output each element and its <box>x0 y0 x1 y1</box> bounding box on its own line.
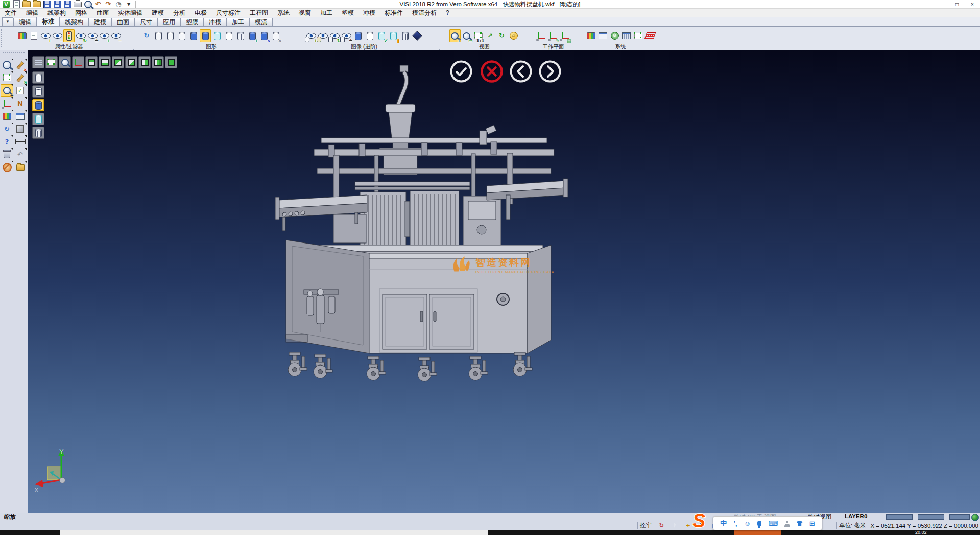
lock-toggle[interactable]: 拴牢 <box>640 522 652 529</box>
zoom-extents-icon[interactable] <box>45 56 58 68</box>
menu-item[interactable]: 塑模 <box>337 9 358 17</box>
tab-die[interactable]: 冲模 <box>203 18 227 26</box>
cancel-button[interactable] <box>480 60 504 83</box>
verified-view-icon[interactable]: ✔ <box>376 29 388 42</box>
shade-mesh-icon[interactable] <box>32 127 44 139</box>
shaded-edges-mode-icon[interactable] <box>200 29 211 42</box>
menu-item[interactable]: 模流分析 <box>408 9 441 17</box>
regen-graphics-icon[interactable]: ↻ <box>141 29 152 42</box>
delete-trash-icon[interactable] <box>1 148 13 161</box>
open-project-icon[interactable] <box>14 161 27 174</box>
menu-item[interactable]: 分析 <box>169 9 190 17</box>
menu-item[interactable]: 工程图 <box>245 9 273 17</box>
dashed-hidden-mode-icon[interactable] <box>176 29 187 42</box>
menu-item[interactable]: 电极 <box>190 9 211 17</box>
workplane-edit-icon[interactable]: ✎ <box>548 29 559 42</box>
menu-item[interactable]: 系统 <box>273 9 294 17</box>
system-settings-icon[interactable]: ⚙ <box>609 29 620 42</box>
viewport-menu-icon[interactable] <box>32 56 44 68</box>
menu-item[interactable]: 加工 <box>316 9 337 17</box>
layers-attributes-icon[interactable] <box>1 110 13 123</box>
shade-settings-icon[interactable]: × <box>270 29 281 42</box>
translucent-mode-icon[interactable] <box>211 29 223 42</box>
tab-flow[interactable]: 模流 <box>249 18 273 26</box>
ime-skin-icon[interactable] <box>797 521 803 526</box>
globe-icon[interactable] <box>971 514 979 521</box>
cursor-select-icon[interactable] <box>670 522 680 530</box>
erase-icon[interactable]: × <box>14 59 27 71</box>
advanced-show-icon[interactable]: + <box>306 29 317 42</box>
machine-model[interactable] <box>28 50 980 513</box>
view-bottom-icon[interactable] <box>99 56 111 68</box>
ime-toolbox-icon[interactable]: ⊞ <box>809 520 815 527</box>
tab-mould[interactable]: 塑膜 <box>180 18 204 26</box>
taskbar-search-box[interactable] <box>60 530 488 535</box>
layer-color-swatch[interactable] <box>886 514 913 520</box>
tab-standard[interactable]: 标准 <box>36 17 60 26</box>
previous-button[interactable] <box>509 60 533 83</box>
zoom-in-icon[interactable]: + <box>449 29 461 42</box>
shade-translucent-icon[interactable] <box>32 113 44 125</box>
menu-item[interactable]: 网格 <box>70 9 92 17</box>
flat-shaded-mode-icon[interactable] <box>223 29 234 42</box>
undo-icon[interactable]: ↶ <box>93 0 103 8</box>
toolbar-grip[interactable] <box>1 29 4 47</box>
view-front-icon[interactable] <box>112 56 124 68</box>
save-copy-icon[interactable] <box>63 0 72 8</box>
toolbox-helm-icon[interactable] <box>1 161 13 174</box>
tagged-view-icon[interactable]: ▮ <box>388 29 399 42</box>
show-all-icon[interactable]: + <box>99 29 110 42</box>
mesh-mode-icon[interactable] <box>235 29 246 42</box>
visi-logo-icon[interactable]: V <box>2 0 11 8</box>
open-recent-icon[interactable] <box>32 0 41 8</box>
refresh-visibility-icon[interactable]: ↻ <box>75 29 86 42</box>
tab-surface[interactable]: 曲面 <box>111 18 135 26</box>
shading-cube-icon[interactable] <box>14 123 27 135</box>
zoom-window-icon[interactable] <box>1 71 13 84</box>
save-as-icon[interactable] <box>53 0 62 8</box>
shade-selected-icon[interactable]: + <box>247 29 258 42</box>
menu-item[interactable]: 曲面 <box>92 9 113 17</box>
view-shaded-icon[interactable] <box>165 56 177 68</box>
advanced-refresh-icon[interactable]: ↻ <box>329 29 341 42</box>
measure-distance-icon[interactable] <box>14 135 27 148</box>
menu-item[interactable]: 尺寸标注 <box>211 9 245 17</box>
tab-dimension[interactable]: 尺寸 <box>134 18 158 26</box>
view-isometric-icon[interactable] <box>152 56 164 68</box>
curve-edit-icon[interactable]: N <box>14 97 27 110</box>
tab-machining[interactable]: 加工 <box>226 18 250 26</box>
open-file-icon[interactable] <box>22 0 31 8</box>
attributes-paint-icon[interactable] <box>16 29 28 42</box>
help-query-icon[interactable]: ? <box>1 135 13 148</box>
layer-color-swatch[interactable] <box>918 514 944 520</box>
snap-icon[interactable]: + <box>683 522 693 530</box>
wire-view-icon[interactable] <box>400 29 411 42</box>
workplane-view-icon[interactable] <box>536 29 547 42</box>
sketch-spline-icon[interactable]: S <box>14 71 27 84</box>
ime-keyboard-icon[interactable]: ⌨ <box>768 520 778 527</box>
ime-chinese-mode-icon[interactable]: 中 <box>720 519 727 528</box>
copy-attributes-icon[interactable] <box>28 29 39 42</box>
confirm-button[interactable] <box>449 60 473 83</box>
regen-icon[interactable]: ↻ <box>1 123 13 135</box>
ime-account-icon[interactable] <box>784 521 790 526</box>
shade-solid-icon[interactable] <box>32 99 44 111</box>
shade-import-icon[interactable]: ↘ <box>258 29 270 42</box>
shaded-mode-icon[interactable] <box>188 29 199 42</box>
color-palette-icon[interactable] <box>586 29 597 42</box>
advanced-toggle-icon[interactable]: ± <box>341 29 352 42</box>
save-icon[interactable] <box>42 0 52 8</box>
solid-view-icon[interactable] <box>353 29 364 42</box>
menu-item[interactable]: 视窗 <box>294 9 316 17</box>
zoom-one-to-one-icon[interactable]: 1:1 <box>473 29 484 42</box>
units-indicator[interactable]: 单位: 毫米 <box>839 522 866 529</box>
print-icon[interactable] <box>73 0 82 8</box>
3d-viewport[interactable]: 智造资料网 INTELLIGENT MANUFACTURING DATA Y X <box>28 50 980 513</box>
ime-microphone-icon[interactable] <box>757 521 761 526</box>
tab-wireframe[interactable]: 线架构 <box>59 18 89 26</box>
show-entities-icon[interactable]: + <box>40 29 51 42</box>
validate-check-icon[interactable]: ✓ <box>14 84 27 97</box>
filters-traffic-light-icon[interactable] <box>63 29 75 42</box>
zoom-dynamic-icon[interactable] <box>1 59 13 71</box>
layer-indicator[interactable]: LAYER0 <box>845 513 867 519</box>
